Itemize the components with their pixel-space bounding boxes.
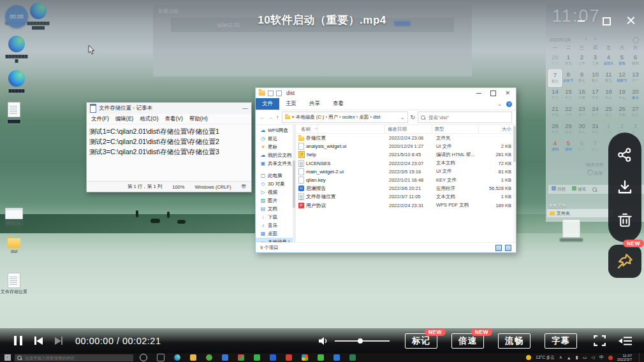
- notepad-statusbar: 第 1 行，第 1 列 100% Windows (CRLF) 带: [87, 181, 251, 192]
- chevron-up-icon: ∧: [559, 355, 562, 360]
- video-taskbar: 13°C 多云 ∧ ▲ ▮ ▭ ◁ 中 11:07 2022/3/7: [0, 353, 644, 362]
- day-lunar: 廿九: [562, 61, 574, 65]
- file-date: 2022/3/6 20:21: [386, 185, 434, 191]
- previous-button[interactable]: [34, 337, 43, 345]
- volume-slider[interactable]: [335, 337, 390, 345]
- day-lunar: 十三: [562, 96, 574, 99]
- day-lunar: 初四: [629, 61, 641, 65]
- explorer-ribbon-tabs: 文件 主页 共享 查看 ⌄ ?: [256, 98, 516, 110]
- maximize-button[interactable]: [602, 17, 610, 25]
- explorer-window-controls: ✕: [476, 90, 513, 96]
- explorer-address-row: ← → ↑ « 本地磁盘 (C:) › 用户 › ocdex › 桌面 › di…: [256, 110, 516, 125]
- up-icon: ↑: [276, 114, 279, 120]
- calendar-day: 7初五: [548, 69, 562, 87]
- player-control-bar: 00:00:00 / 00:02:21 标记NEW 倍速NEW 流畅 字幕: [0, 328, 644, 353]
- file-name: analysis_widget.ui: [306, 143, 346, 149]
- weather-text: 13°C 多云: [536, 355, 554, 361]
- tab-home: 主页: [279, 98, 303, 110]
- menu-view: 查看(V): [165, 115, 182, 123]
- minimize-button[interactable]: [577, 17, 585, 25]
- taskbar-search-box: [15, 354, 133, 361]
- column-size: 大小: [479, 125, 516, 133]
- volume-control: [318, 336, 390, 346]
- subtitle-button[interactable]: 字幕: [545, 333, 577, 349]
- delete-button[interactable]: [617, 212, 633, 228]
- calendar-day: 9初七: [575, 69, 589, 87]
- day-number: 9: [575, 71, 589, 78]
- sidebar-item-label: 音乐: [268, 222, 277, 229]
- desktop-icon-edge-3: ▆▆▆▆▆: [0, 70, 37, 92]
- calendar-day: 11初九: [602, 69, 615, 87]
- close-button[interactable]: [627, 17, 635, 25]
- day-lunar: 春分: [629, 96, 641, 99]
- calendar-day: 13十一: [629, 69, 642, 87]
- music-icon: ♪: [260, 222, 266, 228]
- calendar-day: 31廿九: [589, 121, 602, 138]
- desktop-icon-document: ▆▆▆▆: [0, 102, 34, 123]
- wallpaper-buffalo: [150, 219, 160, 223]
- sidebar-item-label: 共享文件夹: [268, 161, 292, 167]
- file-type: 文件夹: [434, 135, 481, 141]
- download-icon: ↓: [260, 214, 266, 220]
- file-column-headers: 名称 ^ 修改日期 类型 大小: [296, 125, 516, 134]
- day-number: 12: [615, 71, 629, 78]
- pinned-app-icon: [222, 354, 228, 361]
- day-number: 17: [589, 88, 602, 96]
- pinned-app-icon: [206, 354, 212, 361]
- sidebar-item-3: ☁我的云文档: [256, 151, 295, 159]
- speed-button[interactable]: 倍速NEW: [451, 333, 484, 349]
- desktop-icon-launcher: 启动界面: [0, 208, 34, 225]
- mark-button[interactable]: 标记NEW: [405, 333, 437, 349]
- day-number: 14: [548, 88, 562, 96]
- volume-knob[interactable]: [358, 338, 363, 344]
- speaker-icon[interactable]: [318, 336, 330, 346]
- playlist-toggle-button[interactable]: [618, 336, 633, 346]
- chm-icon: ?: [298, 151, 305, 158]
- day-number: 31: [589, 122, 602, 130]
- day-lunar: 妇女节: [562, 78, 574, 82]
- share-button[interactable]: [617, 147, 633, 163]
- weekday-label: 一: [548, 43, 562, 52]
- day-number: 25: [602, 105, 615, 113]
- next-button[interactable]: [55, 337, 63, 345]
- document-icon: [8, 102, 20, 117]
- calendar-day: 6初六: [575, 138, 589, 156]
- file-name-cell: ?help: [296, 151, 386, 158]
- file-date: 2022/1/21 16:48: [386, 177, 434, 183]
- download-button[interactable]: [617, 180, 633, 195]
- file-name-cell: qilan.key: [296, 177, 386, 184]
- calendar-day: 4龙抬头: [602, 52, 615, 69]
- day-lunar: 初七: [576, 78, 588, 82]
- cortana-icon: [140, 354, 147, 361]
- file-name: 存储位置: [306, 134, 326, 141]
- video-content[interactable]: 新建分组 qilan2.01 2022年3月 ‹ › 一二三四五六日 28廿八1…: [0, 0, 644, 362]
- quality-button[interactable]: 流畅: [498, 333, 531, 349]
- new-badge: NEW: [425, 328, 446, 336]
- calendar-day: 1廿九: [562, 52, 575, 69]
- weekday-label: 日: [629, 43, 642, 52]
- day-lunar: 十九: [549, 113, 561, 117]
- sidebar-item-11: ♪音乐: [256, 221, 295, 229]
- pause-button[interactable]: [14, 336, 22, 345]
- pin-button[interactable]: [617, 253, 633, 270]
- pinned-app-icon: [302, 354, 308, 361]
- desktop-widget-header: 桌面文件: [548, 203, 566, 209]
- menu-format: 格式(O): [140, 115, 158, 123]
- day-lunar: 清明: [562, 147, 574, 151]
- taskbar-time: 11:07: [622, 354, 632, 358]
- calendar-day: 5惊蛰: [615, 52, 629, 69]
- document-icon: [8, 273, 20, 288]
- file-name-cell: U启澜报告: [296, 185, 386, 192]
- notepad-window: 文件存储位置 - 记事本 — 文件(F) 编辑(E) 格式(O) 查看(V) 帮…: [86, 102, 252, 192]
- note-icon: [572, 186, 576, 191]
- file-row-7: 文件存储位置2022/3/7 11:05文本文档1 KB: [296, 192, 516, 201]
- explorer-statusbar: 9 个项目: [256, 242, 516, 252]
- help-icon: ?: [506, 101, 512, 107]
- day-lunar: 十二: [549, 96, 561, 99]
- file-row-2: ?help2021/5/10 8:45编译的 HTML 帮...281 KB: [296, 150, 516, 159]
- calendar-day: 1三月: [602, 121, 615, 138]
- desktop-widget-thumbnail-label: [560, 238, 583, 242]
- day-number: 27: [629, 105, 642, 113]
- fullscreen-button[interactable]: [594, 335, 606, 346]
- desktop-icon-edge-2: ▆▆▆▆▆▆▆ ▆: [0, 36, 37, 62]
